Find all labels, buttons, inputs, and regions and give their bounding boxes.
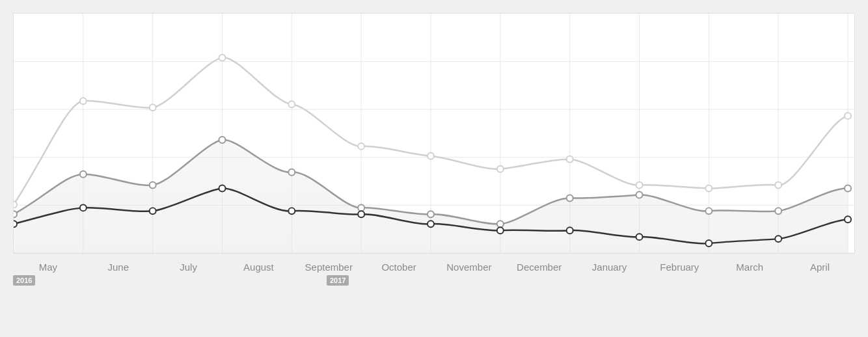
x-label-october: October (364, 262, 434, 273)
x-axis: May June July August September October N… (13, 254, 855, 273)
dot-light[interactable] (150, 104, 156, 111)
x-label-june: June (83, 262, 154, 273)
dot-gray[interactable] (80, 171, 87, 178)
dot-gray[interactable] (845, 185, 851, 192)
dot-gray[interactable] (288, 169, 295, 176)
year-badges-row: 2016 2017 (13, 273, 855, 286)
x-label-december: December (504, 262, 575, 273)
dot-light[interactable] (775, 182, 781, 189)
dot-black[interactable] (567, 227, 573, 234)
dot-light[interactable] (497, 166, 504, 172)
dot-gray[interactable] (219, 137, 226, 143)
dot-black[interactable] (775, 236, 781, 242)
dot-gray[interactable] (705, 208, 712, 214)
dot-light[interactable] (636, 182, 643, 189)
dot-light[interactable] (80, 98, 87, 104)
chart-area (13, 13, 855, 254)
x-label-november: November (434, 262, 504, 273)
year-badge-2017: 2017 (327, 275, 349, 286)
x-label-march: March (714, 262, 785, 273)
dot-gray[interactable] (567, 195, 573, 201)
x-label-august: August (223, 262, 293, 273)
dot-light[interactable] (845, 113, 851, 119)
x-label-february: February (644, 262, 714, 273)
dot-black[interactable] (150, 208, 156, 214)
x-label-april: April (785, 262, 855, 273)
dot-black[interactable] (80, 204, 87, 211)
dot-light[interactable] (705, 185, 712, 192)
dot-black[interactable] (14, 221, 17, 227)
dot-light[interactable] (288, 101, 295, 107)
x-label-september: September (293, 262, 364, 273)
dot-light[interactable] (427, 153, 434, 159)
dot-light[interactable] (14, 201, 17, 208)
x-label-may: May (13, 262, 83, 273)
dot-black[interactable] (427, 221, 434, 227)
dot-black[interactable] (288, 208, 295, 214)
dot-gray[interactable] (14, 211, 17, 217)
dot-gray[interactable] (427, 211, 434, 217)
dot-gray[interactable] (636, 192, 643, 198)
dot-black[interactable] (636, 234, 643, 240)
dot-black[interactable] (705, 240, 712, 247)
dot-light[interactable] (219, 55, 226, 61)
dot-black[interactable] (845, 216, 851, 222)
dot-light[interactable] (567, 156, 573, 163)
dot-gray[interactable] (150, 182, 156, 189)
dot-gray[interactable] (497, 221, 504, 227)
chart-svg (14, 14, 854, 253)
x-label-january: January (575, 262, 645, 273)
x-label-july: July (154, 262, 224, 273)
dot-black[interactable] (358, 211, 364, 217)
chart-container: May June July August September October N… (0, 0, 868, 337)
dot-gray[interactable] (775, 208, 781, 214)
dot-black[interactable] (497, 227, 504, 234)
dot-gray[interactable] (358, 204, 364, 211)
year-badge-2016: 2016 (13, 275, 35, 286)
dot-light[interactable] (358, 143, 364, 150)
dot-black[interactable] (219, 185, 226, 192)
